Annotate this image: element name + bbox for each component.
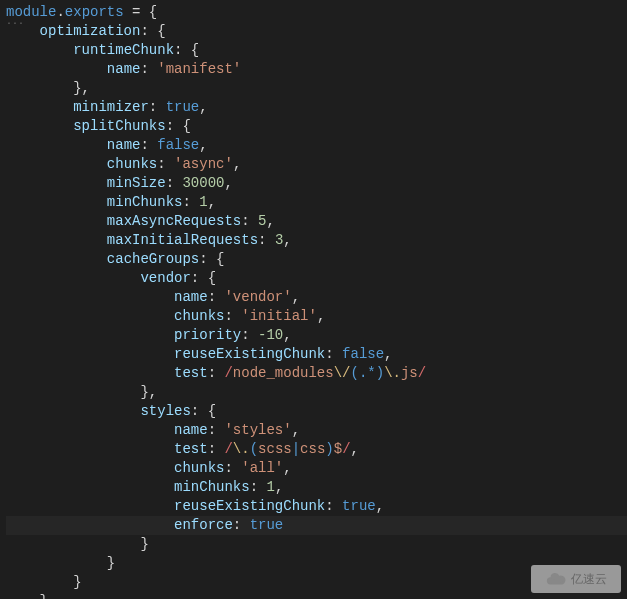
code-line: name: false, [6, 136, 627, 155]
num-1: 1 [266, 479, 274, 495]
code-line: test: /\.(scss|css)$/, [6, 440, 627, 459]
key-name: name [174, 289, 208, 305]
bool-false: false [342, 346, 384, 362]
regex-node: node_modules [233, 365, 334, 381]
bool-true: true [342, 498, 376, 514]
code-line: test: /node_modules\/(.*)\.js/ [6, 364, 627, 383]
code-line: } [6, 535, 627, 554]
key-name: name [107, 137, 141, 153]
key-runtimeChunk: runtimeChunk [73, 42, 174, 58]
code-line: }, [6, 383, 627, 402]
code-line-highlighted: enforce: true [6, 516, 627, 535]
code-line: reuseExistingChunk: true, [6, 497, 627, 516]
bool-true: true [250, 517, 284, 533]
code-line: optimization: { [6, 22, 627, 41]
code-line: minChunks: 1, [6, 478, 627, 497]
key-minSize: minSize [107, 175, 166, 191]
code-line: name: 'styles', [6, 421, 627, 440]
code-line: reuseExistingChunk: false, [6, 345, 627, 364]
code-line: }, [6, 592, 627, 599]
code-line: minChunks: 1, [6, 193, 627, 212]
key-enforce: enforce [174, 517, 233, 533]
key-chunks: chunks [174, 308, 224, 324]
bool-false: false [157, 137, 199, 153]
key-minChunks: minChunks [107, 194, 183, 210]
key-chunks: chunks [107, 156, 157, 172]
code-editor[interactable]: module.exports = { ··· optimization: { r… [0, 0, 627, 599]
key-minimizer: minimizer [73, 99, 149, 115]
key-priority: priority [174, 327, 241, 343]
num-30000: 30000 [182, 175, 224, 191]
key-vendor: vendor [140, 270, 190, 286]
code-line: minimizer: true, [6, 98, 627, 117]
key-splitChunks: splitChunks [73, 118, 165, 134]
key-maxInitialRequests: maxInitialRequests [107, 232, 258, 248]
str-all: 'all' [241, 460, 283, 476]
code-line: cacheGroups: { [6, 250, 627, 269]
code-line: vendor: { [6, 269, 627, 288]
code-line: } [6, 554, 627, 573]
key-maxAsyncRequests: maxAsyncRequests [107, 213, 241, 229]
key-chunks: chunks [174, 460, 224, 476]
code-line: chunks: 'async', [6, 155, 627, 174]
key-minChunks: minChunks [174, 479, 250, 495]
regex-css: css [300, 441, 325, 457]
code-line: styles: { [6, 402, 627, 421]
code-line: name: 'manifest' [6, 60, 627, 79]
str-styles: 'styles' [224, 422, 291, 438]
regex-scss: scss [258, 441, 292, 457]
str-initial: 'initial' [241, 308, 317, 324]
key-reuseExistingChunk: reuseExistingChunk [174, 498, 325, 514]
code-line: name: 'vendor', [6, 288, 627, 307]
code-line: chunks: 'all', [6, 459, 627, 478]
key-test: test [174, 365, 208, 381]
str-manifest: 'manifest' [157, 61, 241, 77]
code-line: runtimeChunk: { [6, 41, 627, 60]
key-name: name [174, 422, 208, 438]
token-exports: exports [65, 4, 124, 20]
code-line: }, [6, 79, 627, 98]
code-line: priority: -10, [6, 326, 627, 345]
code-line: maxInitialRequests: 3, [6, 231, 627, 250]
key-optimization: optimization [40, 23, 141, 39]
str-async: 'async' [174, 156, 233, 172]
key-name: name [107, 61, 141, 77]
key-styles: styles [140, 403, 190, 419]
code-line: splitChunks: { [6, 117, 627, 136]
code-line: } [6, 573, 627, 592]
num-1: 1 [199, 194, 207, 210]
key-test: test [174, 441, 208, 457]
code-line: minSize: 30000, [6, 174, 627, 193]
key-reuseExistingChunk: reuseExistingChunk [174, 346, 325, 362]
code-line: maxAsyncRequests: 5, [6, 212, 627, 231]
bool-true: true [166, 99, 200, 115]
key-cacheGroups: cacheGroups [107, 251, 199, 267]
code-line: chunks: 'initial', [6, 307, 627, 326]
str-vendor: 'vendor' [224, 289, 291, 305]
num-neg10: -10 [258, 327, 283, 343]
